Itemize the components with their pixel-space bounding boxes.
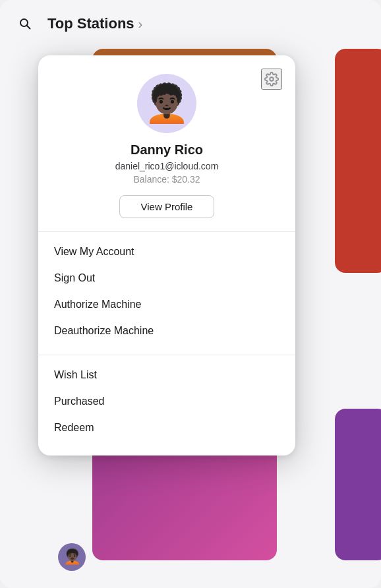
menu-section-gap [38, 348, 295, 355]
menu-section-2: Wish List Purchased Redeem [38, 358, 295, 445]
avatar-emoji: 🧑🏿‍🦱 [144, 82, 190, 125]
view-profile-button[interactable]: View Profile [119, 195, 215, 218]
bg-card-4 [335, 409, 381, 560]
menu-item-sign-out[interactable]: Sign Out [38, 265, 295, 291]
menu-item-deauthorize-machine[interactable]: Deauthorize Machine [38, 318, 295, 344]
svg-line-1 [27, 26, 30, 29]
app-background: Music Music Top Stations › 🧑🏿‍🦱 [0, 0, 381, 588]
chevron-right-icon: › [138, 16, 143, 32]
bottom-avatar: 🧑🏿‍🦱 [58, 543, 86, 571]
user-email: daniel_rico1@icloud.com [115, 161, 219, 171]
title-text: Top Stations [47, 15, 134, 32]
gear-button[interactable] [261, 69, 282, 90]
profile-section: 🧑🏿‍🦱 Danny Rico daniel_rico1@icloud.com … [38, 55, 295, 231]
page-title: Top Stations › [47, 15, 142, 32]
top-bar: Top Stations › [0, 0, 381, 42]
menu-section-1: View My Account Sign Out Authorize Machi… [38, 235, 295, 348]
search-icon [18, 17, 32, 30]
bottom-avatar-emoji: 🧑🏿‍🦱 [63, 548, 81, 566]
menu-item-view-account[interactable]: View My Account [38, 239, 295, 265]
divider-2 [38, 355, 295, 355]
divider-1 [38, 231, 295, 232]
user-name: Danny Rico [131, 142, 203, 158]
avatar: 🧑🏿‍🦱 [137, 74, 196, 133]
menu-item-purchased[interactable]: Purchased [38, 388, 295, 415]
menu-item-redeem[interactable]: Redeem [38, 415, 295, 441]
user-balance: Balance: $20.32 [133, 174, 200, 185]
menu-item-authorize-machine[interactable]: Authorize Machine [38, 291, 295, 318]
gear-icon [264, 72, 279, 86]
menu-item-wish-list[interactable]: Wish List [38, 362, 295, 388]
search-button[interactable] [13, 12, 37, 36]
dropdown-card: 🧑🏿‍🦱 Danny Rico daniel_rico1@icloud.com … [38, 55, 295, 456]
bg-card-2 [335, 49, 381, 273]
